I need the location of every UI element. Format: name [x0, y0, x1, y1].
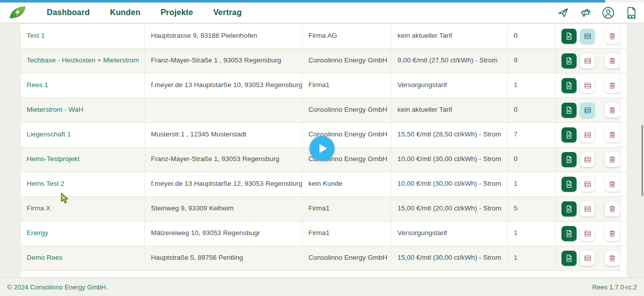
company-cell: Consolinno Energy GmbH	[302, 49, 391, 73]
project-name-link[interactable]: Firma X	[21, 197, 145, 221]
vertical-scrollbar-thumb[interactable]	[641, 125, 643, 196]
table-list-button[interactable]	[580, 226, 595, 241]
nav-item-projekte[interactable]: Projekte	[160, 8, 193, 17]
table-list-button[interactable]	[580, 201, 595, 216]
table-row: Mieterstrom - WaH Consolinno Energy GmbH…	[21, 98, 627, 123]
top-navbar: Dashboard Kunden Projekte Vertrag	[0, 3, 644, 23]
properties-document-icon[interactable]	[624, 6, 637, 19]
table-list-button[interactable]	[580, 53, 595, 68]
project-name-link[interactable]: Hems-Testprojekt	[21, 147, 145, 172]
table-row: Demo Rees Hauptstraße 5, 89756 Pentling …	[21, 246, 627, 271]
document-button[interactable]	[561, 251, 577, 266]
send-icon[interactable]	[556, 6, 570, 19]
table-list-button[interactable]	[580, 152, 595, 167]
delete-button[interactable]	[605, 78, 620, 93]
count-cell: 1	[508, 246, 555, 270]
tariff-cell: kein aktueller Tarif	[391, 24, 508, 48]
user-profile-icon[interactable]	[602, 6, 615, 19]
count-cell: 1	[508, 73, 555, 98]
document-button[interactable]	[561, 226, 577, 241]
table-list-button[interactable]	[580, 177, 595, 192]
table-list-button[interactable]	[580, 103, 595, 118]
address-cell: f.meyer.de 13 Hauptstarße 12, 93053 Rege…	[145, 172, 302, 196]
document-button[interactable]	[561, 29, 577, 44]
delete-button[interactable]	[605, 251, 620, 266]
copyright-text: © 2024 Consolinno Energy GmbH.	[7, 283, 108, 291]
table-row: Hems Test 2 f.meyer.de 13 Hauptstarße 12…	[21, 172, 627, 197]
row-actions	[555, 73, 620, 98]
project-name-link[interactable]: Energy	[21, 221, 145, 246]
delete-button[interactable]	[605, 226, 620, 241]
document-button[interactable]	[561, 201, 577, 216]
row-spacer	[620, 197, 627, 221]
delete-button[interactable]	[605, 127, 620, 142]
project-name-link[interactable]: Demo Rees	[21, 246, 145, 270]
news-megaphone-icon[interactable]	[579, 6, 592, 19]
table-row: Energy Mälzereiweg 10, 93053 Regensbugr …	[21, 221, 627, 246]
page-progress-track	[0, 0, 644, 3]
row-actions	[555, 98, 620, 122]
nav-item-dashboard[interactable]: Dashboard	[47, 8, 90, 17]
row-spacer	[620, 147, 627, 172]
count-cell: 7	[508, 123, 555, 147]
document-button[interactable]	[561, 127, 577, 142]
delete-button[interactable]	[605, 103, 620, 118]
tariff-cell: 15,50 €/mtl (28,50 ct/kWh) - Strom	[391, 123, 508, 147]
count-cell: 0	[508, 147, 555, 172]
row-spacer	[620, 123, 627, 147]
page-footer: © 2024 Consolinno Energy GmbH. Rees 1.7.…	[0, 277, 644, 296]
navbar-icon-group	[556, 6, 637, 19]
address-cell: Hauptstraße 5, 89756 Pentling	[145, 246, 302, 270]
company-cell: Firma1	[302, 221, 391, 246]
project-name-link[interactable]: Hems Test 2	[21, 172, 145, 196]
play-icon	[319, 144, 327, 153]
row-actions	[555, 123, 620, 147]
table-row: Test 1 Hauptstrasse 9, 93188 Pielenhofen…	[21, 24, 627, 49]
table-row: Rees 1 f.meyer.de 13 Hauptstarße 10, 930…	[21, 73, 627, 98]
count-cell: 9	[508, 49, 555, 73]
video-play-button[interactable]	[309, 136, 335, 161]
company-cell: Consolinno Energy GmbH	[302, 98, 391, 122]
row-spacer	[620, 98, 627, 122]
document-button[interactable]	[561, 177, 577, 192]
row-spacer	[620, 49, 627, 73]
delete-button[interactable]	[605, 29, 620, 44]
document-button[interactable]	[561, 53, 577, 68]
project-name-link[interactable]: Rees 1	[21, 73, 145, 98]
document-button[interactable]	[561, 152, 577, 167]
address-cell: Steinweg 9, 93309 Kelheim	[145, 197, 302, 221]
table-list-button[interactable]	[580, 127, 595, 142]
address-cell: Musterstr.1 , 12345 Musterstadt	[145, 123, 302, 147]
document-button[interactable]	[561, 103, 577, 118]
address-cell: Hauptstrasse 9, 93188 Pielenhofen	[145, 24, 302, 48]
company-cell: Firma1	[302, 73, 391, 98]
project-name-link[interactable]: Liegenschaft 1	[21, 123, 145, 147]
delete-button[interactable]	[605, 53, 620, 68]
consolinno-leaf-logo[interactable]	[9, 6, 26, 20]
tariff-cell: 10,00 €/mtl (30,00 ct/kWh) - Strom	[391, 147, 508, 172]
project-name-link[interactable]: Techbase - Heizkosten + Mieterstrom	[21, 49, 145, 73]
row-actions	[555, 147, 620, 172]
project-name-link[interactable]: Mieterstrom - WaH	[21, 98, 145, 122]
nav-item-kunden[interactable]: Kunden	[110, 8, 140, 17]
company-cell: Firma AG	[302, 24, 391, 48]
count-cell: 0	[508, 98, 555, 122]
delete-button[interactable]	[605, 201, 620, 216]
nav-item-vertrag[interactable]: Vertrag	[213, 8, 242, 17]
tariff-cell: Versorgungstarif	[391, 73, 508, 98]
count-cell: 0	[508, 24, 555, 48]
delete-button[interactable]	[605, 152, 620, 167]
tariff-cell: kein aktueller Tarif	[391, 98, 508, 122]
document-button[interactable]	[561, 78, 577, 93]
address-cell: Mälzereiweg 10, 93053 Regensbugr	[145, 221, 302, 246]
table-list-button[interactable]	[580, 251, 595, 266]
table-row: Firma X Steinweg 9, 93309 Kelheim Firma1…	[21, 197, 627, 221]
table-list-button[interactable]	[580, 78, 595, 93]
address-cell	[145, 98, 302, 122]
tariff-cell: 9,00 €/mtl (27,50 ct/kWh) - Strom	[391, 49, 508, 73]
project-name-link[interactable]: Test 1	[21, 24, 145, 48]
delete-button[interactable]	[605, 177, 620, 192]
table-list-button[interactable]	[580, 29, 595, 44]
row-actions	[555, 197, 620, 221]
tariff-cell: Versorgungstarif	[391, 221, 508, 246]
